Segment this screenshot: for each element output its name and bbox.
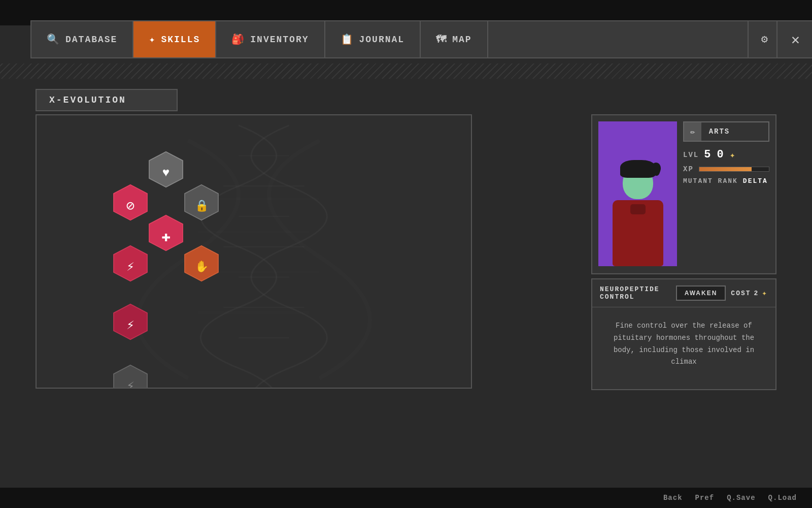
- map-icon: 🗺: [436, 34, 447, 46]
- nav-map[interactable]: 🗺 MAP: [421, 21, 488, 57]
- database-icon: 🔍: [47, 33, 60, 46]
- char-head: [623, 166, 653, 199]
- nav-settings-button[interactable]: ⚙: [748, 21, 781, 57]
- journal-icon: 📋: [341, 33, 354, 46]
- skill-description: Fine control over the release of pituita…: [592, 307, 775, 381]
- skills-icon: ✦: [149, 33, 156, 46]
- nav-inventory-label: INVENTORY: [250, 35, 309, 45]
- back-button[interactable]: Back: [663, 494, 683, 502]
- char-body: [613, 200, 663, 266]
- lvl-row: LVL 5 0 ✦: [683, 148, 769, 161]
- hex-bolt1[interactable]: ⚡: [110, 245, 151, 288]
- pref-button[interactable]: Pref: [695, 494, 715, 502]
- hex-plus[interactable]: ✚: [146, 214, 186, 258]
- cost-star-icon: ✦: [762, 288, 768, 298]
- skill-header: NEUROPEPTIDE CONTROL AWAKEN COST 2 ✦: [592, 279, 775, 307]
- xp-fill: [699, 167, 752, 171]
- hex-heart[interactable]: ♥: [146, 151, 186, 194]
- stripe-divider: [0, 64, 812, 79]
- nav-skills-label: SKILLS: [161, 35, 200, 45]
- inventory-icon: 🎒: [231, 33, 245, 46]
- character-portrait: [598, 121, 677, 266]
- qsave-button[interactable]: Q.Save: [727, 494, 755, 502]
- arts-button[interactable]: ✏️ ARTS: [683, 121, 769, 142]
- nav-map-label: MAP: [452, 35, 471, 45]
- xp-bar: [699, 167, 769, 172]
- character-panel: ✏️ ARTS LVL 5 0 ✦ XP MUTANT RANK DELTA: [591, 114, 776, 274]
- awaken-button[interactable]: AWAKEN: [676, 285, 726, 301]
- nav-database-label: DATABASE: [65, 35, 117, 45]
- rank-row: MUTANT RANK DELTA: [683, 177, 769, 185]
- hex-cancel[interactable]: ⊘: [110, 184, 151, 227]
- settings-icon: ⚙: [761, 33, 768, 46]
- nav-journal[interactable]: 📋 JOURNAL: [325, 21, 421, 57]
- xp-bar-row: XP: [683, 165, 769, 173]
- nav-database[interactable]: 🔍 DATABASE: [31, 21, 133, 57]
- cost-box: COST 2 ✦: [731, 288, 768, 298]
- nav-inventory[interactable]: 🎒 INVENTORY: [216, 21, 325, 57]
- nav-container: 🔍 DATABASE ✦ SKILLS 🎒 INVENTORY 📋 JOURNA…: [30, 20, 782, 58]
- skill-info-panel: NEUROPEPTIDE CONTROL AWAKEN COST 2 ✦ Fin…: [591, 278, 776, 390]
- qload-button[interactable]: Q.Load: [768, 494, 797, 502]
- hex-bolt3[interactable]: ⚡: [110, 364, 151, 389]
- character-stats: ✏️ ARTS LVL 5 0 ✦ XP MUTANT RANK DELTA: [683, 121, 769, 267]
- arts-pencil-icon: ✏️: [684, 122, 701, 141]
- hex-lock[interactable]: 🔒: [181, 184, 222, 227]
- section-title: X-EVOLUTION: [36, 89, 178, 111]
- char-hair: [620, 160, 656, 178]
- nav-skills[interactable]: ✦ SKILLS: [133, 21, 216, 57]
- nav-journal-label: JOURNAL: [359, 35, 405, 45]
- bottom-bar: Back Pref Q.Save Q.Load: [0, 488, 812, 508]
- close-icon: ✕: [791, 31, 800, 48]
- dna-background: [37, 115, 471, 388]
- hex-bolt2[interactable]: ⚡: [110, 303, 151, 346]
- skill-panel: ♥ ⊘ 🔒 ✚ ⚡: [36, 114, 472, 389]
- hex-hand[interactable]: ✋: [181, 245, 222, 288]
- star-icon: ✦: [730, 149, 736, 161]
- nav-close-button[interactable]: ✕: [776, 20, 812, 58]
